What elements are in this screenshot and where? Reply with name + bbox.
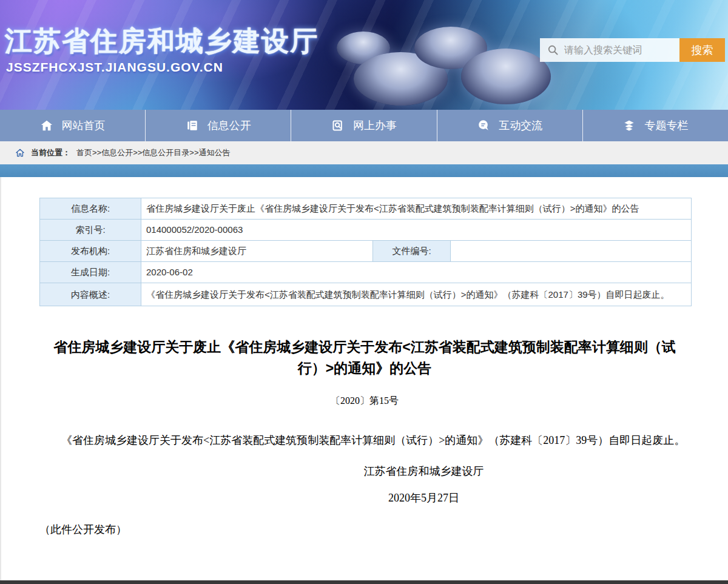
article-title: 省住房城乡建设厅关于废止《省住房城乡建设厅关于发布<江苏省装配式建筑预制装配率计… (48, 337, 682, 379)
layers-icon (622, 119, 636, 132)
nav-label: 信息公开 (207, 118, 251, 133)
page-content: 信息名称: 省住房城乡建设厅关于废止《省住房城乡建设厅关于发布<江苏省装配式建筑… (0, 177, 728, 580)
site-header-banner: 江苏省住房和城乡建设厅 JSSZFHCXJST.JIANGSU.GOV.CN 搜… (0, 0, 728, 110)
meta-date-label: 生成日期: (40, 262, 141, 283)
meta-summary-value: 《省住房城乡建设厅关于发布<江苏省装配式建筑预制装配率计算细则（试行）>的通知》… (141, 283, 692, 306)
public-release-note: （此件公开发布） (39, 522, 690, 537)
site-url: JSSZFHCXJST.JIANGSU.GOV.CN (6, 60, 223, 75)
breadcrumb-path[interactable]: 首页>>信息公开>>信息公开目录>>通知公告 (76, 147, 231, 158)
footer-strip (0, 580, 728, 584)
meta-org-label: 发布机构: (40, 241, 141, 262)
table-row: 内容概述: 《省住房城乡建设厅关于发布<江苏省装配式建筑预制装配率计算细则（试行… (40, 283, 692, 306)
search-button[interactable]: 搜索 (679, 38, 725, 62)
nav-item-online-services[interactable]: 网上办事 (291, 110, 437, 141)
meta-name-value: 省住房城乡建设厅关于废止《省住房城乡建设厅关于发布<江苏省装配式建筑预制装配率计… (141, 198, 692, 220)
header-building-illustration (337, 5, 543, 108)
doc-magnifier-icon (331, 119, 345, 132)
meta-date-value: 2020-06-02 (141, 262, 692, 283)
nav-label: 专题专栏 (644, 118, 688, 133)
main-nav: 网站首页 信息公开 网上办事 互动交流 专题专栏 (0, 110, 728, 141)
nav-item-special-topics[interactable]: 专题专栏 (583, 110, 728, 141)
search-input[interactable] (564, 45, 672, 56)
article-body-paragraph: 《省住房城乡建设厅关于发布<江苏省装配式建筑预制装配率计算细则（试行）>的通知》… (39, 429, 690, 452)
nav-label: 网站首页 (62, 118, 106, 133)
table-row: 发布机构: 江苏省住房和城乡建设厅 文件编号: (40, 241, 692, 262)
home-icon (40, 119, 53, 132)
meta-index-value: 014000052/2020-00063 (141, 220, 692, 241)
meta-docno-label: 文件编号: (373, 241, 451, 262)
nav-item-info-disclosure[interactable]: 信息公开 (146, 110, 291, 141)
meta-index-label: 索引号: (40, 220, 141, 241)
table-row: 生成日期: 2020-06-02 (40, 262, 692, 283)
signature-block: 江苏省住房和城乡建设厅 2020年5月27日 (120, 460, 728, 509)
document-meta-table: 信息名称: 省住房城乡建设厅关于废止《省住房城乡建设厅关于发布<江苏省装配式建筑… (39, 198, 692, 306)
meta-summary-label: 内容概述: (40, 283, 141, 306)
chat-bubble-icon (477, 119, 490, 132)
nav-item-interaction[interactable]: 互动交流 (437, 110, 583, 141)
signature-date: 2020年5月27日 (120, 487, 728, 509)
site-title[interactable]: 江苏省住房和城乡建设厅 (5, 23, 318, 59)
journal-icon (186, 119, 199, 132)
signature-org: 江苏省住房和城乡建设厅 (120, 460, 728, 482)
meta-docno-value (451, 241, 692, 262)
table-row: 信息名称: 省住房城乡建设厅关于废止《省住房城乡建设厅关于发布<江苏省装配式建筑… (40, 198, 692, 220)
search-icon (547, 44, 559, 56)
blue-divider-strip (0, 164, 728, 177)
search-bar: 搜索 (540, 38, 725, 62)
breadcrumb: 当前位置： 首页>>信息公开>>信息公开目录>>通知公告 (0, 141, 728, 164)
breadcrumb-label: 当前位置： (31, 147, 70, 158)
article-doc-number: 〔2020〕第15号 (1, 395, 728, 408)
table-row: 索引号: 014000052/2020-00063 (40, 220, 692, 241)
meta-org-value: 江苏省住房和城乡建设厅 (141, 241, 373, 262)
nav-label: 网上办事 (353, 118, 397, 133)
home-outline-icon (15, 148, 25, 158)
nav-label: 互动交流 (499, 118, 542, 133)
meta-name-label: 信息名称: (40, 198, 141, 220)
search-input-wrap (540, 38, 679, 62)
nav-item-home[interactable]: 网站首页 (0, 110, 146, 141)
